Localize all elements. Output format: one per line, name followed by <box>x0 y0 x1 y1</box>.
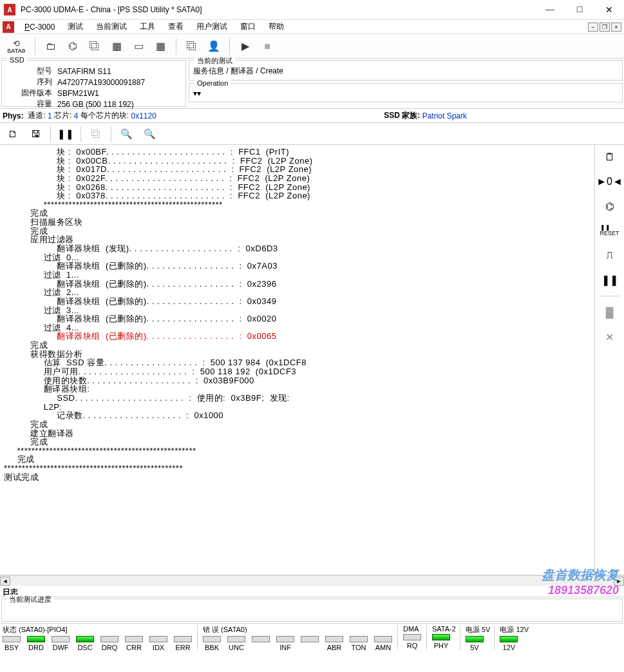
menu-current-test[interactable]: 当前测试 <box>90 19 133 34</box>
log-line: 完成 <box>4 341 591 350</box>
search-next-icon[interactable]: 🔍 <box>141 126 158 142</box>
plug-icon[interactable]: ►0◄ <box>600 173 619 190</box>
info-icon[interactable]: 🗒 <box>600 149 619 166</box>
log-line: 过滤 4... <box>4 323 591 332</box>
menu-user-test[interactable]: 用户测试 <box>190 19 234 34</box>
led-unc: UNC <box>226 636 247 651</box>
menu-window[interactable]: 窗口 <box>234 19 262 34</box>
led-indicator <box>3 636 21 642</box>
status-group-sata0: 状态 (SATA0)-[PIO4] BSYDRDDWFDSCDRQCRRIDXE… <box>1 625 193 651</box>
log-line: 翻译器块组 (已删除的). . . . . . . . . . . . . . … <box>4 280 591 289</box>
pause-icon[interactable]: ❚❚ <box>57 126 74 142</box>
log-line: 建立翻译器 <box>4 429 591 438</box>
usb-icon[interactable]: ⎍ <box>600 247 619 264</box>
log-wrap: 块 : 0x00BF. . . . . . . . . . . . . . . … <box>0 145 624 575</box>
led-indicator <box>350 636 368 642</box>
log-line: 过滤 2... <box>4 288 591 297</box>
separator <box>80 126 81 142</box>
log-line: 获得数据分析 <box>4 350 591 359</box>
separator <box>494 625 495 649</box>
log-line: 翻译器块组: <box>4 385 591 394</box>
menubar: A PC-3000 测试 当前测试 工具 查看 用户测试 窗口 帮助 – ❐ × <box>0 20 624 34</box>
titlebar: A PC-3000 UDMA-E - China - [PS SSD Utili… <box>0 0 624 20</box>
led-label: BSY <box>5 644 19 651</box>
led-indicator <box>466 636 484 642</box>
app-icon-small[interactable]: A <box>3 21 14 33</box>
led-drd: DRD <box>26 636 46 651</box>
led-indicator <box>125 636 143 642</box>
separator <box>600 296 619 296</box>
led-label: DSC <box>77 644 92 651</box>
grid-icon[interactable]: ▦ <box>151 37 169 55</box>
led-err: ERR <box>173 636 193 651</box>
led-5v: 5V <box>464 636 485 651</box>
minimize-button[interactable]: — <box>535 0 565 19</box>
value-serial: A472077A193000091887 <box>56 77 183 88</box>
status-label: DMA <box>402 625 422 633</box>
led-rq: RQ <box>402 634 422 649</box>
menu-pc3000[interactable]: PC-3000 <box>18 21 61 34</box>
led-indicator <box>252 636 270 642</box>
window-title: PC-3000 UDMA-E - China - [PS SSD Utility… <box>21 5 202 14</box>
scroll-right[interactable]: ► <box>614 577 624 586</box>
sata0-button[interactable]: ⟲ SATA0 <box>4 37 28 55</box>
mdi-restore[interactable]: ❐ <box>600 23 610 32</box>
led-indicator <box>276 636 294 642</box>
log-line: 过滤 3... <box>4 306 591 315</box>
wrench-icon[interactable]: ✕ <box>600 329 619 345</box>
horizontal-scrollbar[interactable]: ◄ ► <box>0 575 624 586</box>
menu-test[interactable]: 测试 <box>61 19 90 34</box>
chip-icon[interactable]: ⌬ <box>600 198 619 215</box>
chip-icon[interactable]: ⌬ <box>64 37 82 55</box>
new-doc-icon[interactable]: 🗋 <box>4 126 21 142</box>
separator <box>111 126 111 142</box>
led-inf: INF <box>275 636 296 651</box>
chip-value: 4 <box>74 111 79 120</box>
ssd-family-value: Patriot Spark <box>422 111 467 120</box>
close-button[interactable]: ✕ <box>594 0 624 19</box>
log-line: 完成 <box>4 455 591 464</box>
exit-icon[interactable]: 👤 <box>205 37 223 55</box>
maximize-button[interactable]: □ <box>565 0 594 19</box>
mdi-minimize[interactable]: – <box>588 23 598 32</box>
save-icon[interactable]: 🖫 <box>27 126 44 142</box>
label-serial: 序列 <box>5 77 56 88</box>
log-line: 扫描服务区块 <box>4 218 591 227</box>
menu-tools[interactable]: 工具 <box>133 19 162 34</box>
value-model: SATAFIRM S11 <box>56 66 183 77</box>
chip3-icon[interactable]: ▓ <box>600 304 619 321</box>
ssd-panel: SSD 型号SATAFIRM S11 序列A472077A19300009188… <box>1 60 186 107</box>
led-label: DRD <box>28 644 44 651</box>
folder-icon[interactable]: 🗀 <box>42 37 60 55</box>
value-capacity: 256 GB (500 118 192) <box>56 99 183 110</box>
log-line: ****************************************… <box>4 464 591 473</box>
led-amn: AMN <box>373 636 393 651</box>
pause-icon[interactable]: ❚❚ <box>600 271 619 288</box>
stack-icon[interactable]: ▦ <box>108 37 126 55</box>
log-line: 块 : 0x017D. . . . . . . . . . . . . . . … <box>4 165 591 174</box>
menu-view[interactable]: 查看 <box>162 19 190 34</box>
status-bar: 状态 (SATA0)-[PIO4] BSYDRDDWFDSCDRQCRRIDXE… <box>0 623 624 654</box>
copy-icon[interactable]: ⿻ <box>88 126 104 142</box>
led-label: INF <box>279 644 291 651</box>
led-dsc: DSC <box>75 636 95 651</box>
play-button[interactable]: ▶ <box>236 37 254 55</box>
copy-icon[interactable]: ⿻ <box>183 37 201 55</box>
log-output[interactable]: 块 : 0x00BF. . . . . . . . . . . . . . . … <box>0 145 594 575</box>
stop-button[interactable]: ■ <box>258 37 276 55</box>
scroll-left[interactable]: ◄ <box>0 577 10 586</box>
led-label: TON <box>351 644 366 651</box>
mdi-close[interactable]: × <box>611 23 621 32</box>
operation-dropdown[interactable]: ▾ <box>193 89 618 98</box>
reset-icon[interactable]: ❚❚RESET <box>600 222 619 239</box>
led-label: AMN <box>375 644 391 651</box>
menu-help[interactable]: 帮助 <box>262 19 290 34</box>
search-icon[interactable]: 🔍 <box>118 126 135 142</box>
separator <box>176 38 176 55</box>
log-line: 翻译器块组 (发现). . . . . . . . . . . . . . . … <box>4 244 591 253</box>
per-chip-label: 每个芯片的块: <box>80 110 129 121</box>
pages-icon[interactable]: ⿻ <box>86 37 104 55</box>
led-indicator <box>325 636 343 642</box>
ruler-icon[interactable]: ▭ <box>129 37 147 55</box>
led-bbk: BBK <box>202 636 222 651</box>
